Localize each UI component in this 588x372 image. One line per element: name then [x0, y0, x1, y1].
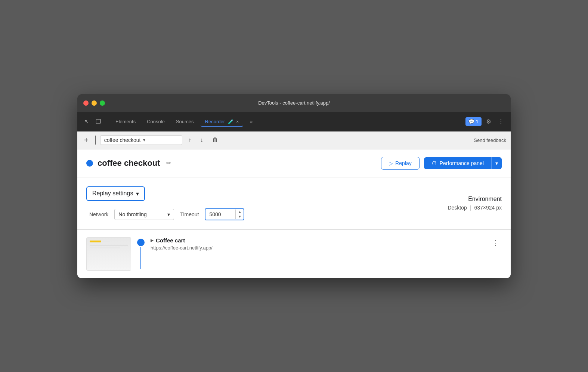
- export-button[interactable]: ↑: [185, 135, 194, 145]
- tab-recorder[interactable]: Recorder 🧪 ×: [201, 117, 244, 127]
- play-icon: ▷: [389, 160, 393, 166]
- network-value: No throttling: [118, 211, 146, 217]
- chevron-down-icon-settings: ▾: [136, 190, 139, 197]
- timeout-label: Timeout: [180, 211, 199, 217]
- close-button[interactable]: [83, 100, 89, 106]
- env-divider: |: [470, 205, 471, 211]
- more-options-icon-btn[interactable]: ⋮: [496, 117, 506, 127]
- pointer-icon-btn[interactable]: ↖: [82, 117, 91, 127]
- environment-title: Environment: [448, 196, 502, 202]
- step-more-button[interactable]: ⋮: [489, 237, 502, 248]
- replay-settings-toggle[interactable]: Replay settings ▾: [86, 186, 145, 201]
- replay-button[interactable]: ▷ Replay: [381, 157, 420, 170]
- tab-sources[interactable]: Sources: [171, 117, 198, 127]
- replay-settings-label: Replay settings: [92, 190, 133, 197]
- timeout-spinners: ▲ ▼: [235, 210, 244, 219]
- step-item: ▶ Coffee cart https://coffee-cart.netlif…: [86, 237, 502, 271]
- window-title: DevTools - coffee-cart.netlify.app/: [258, 100, 330, 106]
- network-select[interactable]: No throttling ▾: [114, 209, 174, 220]
- tab-elements[interactable]: Elements: [111, 117, 140, 127]
- recording-title: coffee checkout: [98, 158, 160, 168]
- performance-panel-button[interactable]: ⏱ Performance panel: [424, 157, 491, 169]
- performance-panel-dropdown-button[interactable]: ▾: [491, 157, 502, 169]
- environment-size: 637×924 px: [474, 205, 502, 211]
- settings-section: Replay settings ▾ Network No throttling …: [77, 177, 511, 230]
- close-tab-icon[interactable]: ×: [236, 119, 239, 124]
- step-dot: [137, 239, 145, 246]
- tab-console[interactable]: Console: [142, 117, 169, 127]
- titlebar: DevTools - coffee-cart.netlify.app/: [77, 94, 511, 112]
- network-label: Network: [89, 211, 108, 217]
- header-actions: ▷ Replay ⏱ Performance panel ▾: [381, 157, 502, 170]
- chrome-toolbar: ↖ ❐ Elements Console Sources Recorder 🧪 …: [77, 112, 511, 131]
- edit-title-button[interactable]: ✏: [165, 158, 173, 168]
- recording-header: coffee checkout ✏ ▷ Replay ⏱ Performance…: [77, 149, 511, 177]
- timeout-input-wrapper: ▲ ▼: [205, 208, 244, 220]
- timeout-increment-button[interactable]: ▲: [236, 210, 244, 214]
- environment-detail: Desktop | 637×924 px: [448, 205, 502, 211]
- minimize-button[interactable]: [92, 100, 97, 106]
- environment-device: Desktop: [448, 205, 467, 211]
- chat-button[interactable]: 💬 1: [465, 117, 482, 126]
- recording-selector[interactable]: coffee checkout ▾: [100, 135, 182, 145]
- timeout-input[interactable]: [205, 209, 235, 220]
- step-title[interactable]: ▶ Coffee cart: [151, 237, 483, 244]
- main-content: coffee checkout ✏ ▷ Replay ⏱ Performance…: [77, 149, 511, 278]
- tab-more[interactable]: »: [245, 117, 257, 127]
- settings-icon-btn[interactable]: ⚙: [484, 117, 493, 127]
- timeout-decrement-button[interactable]: ▼: [236, 214, 244, 219]
- expand-icon: ▶: [151, 238, 154, 242]
- settings-row: Network No throttling ▾ Timeout ▲ ▼: [89, 208, 448, 220]
- layers-icon-btn[interactable]: ❐: [93, 117, 103, 127]
- steps-section: ▶ Coffee cart https://coffee-cart.netlif…: [77, 230, 511, 278]
- perf-icon: ⏱: [431, 160, 437, 166]
- step-connector: [137, 237, 145, 269]
- maximize-button[interactable]: [100, 100, 105, 106]
- chevron-down-icon-network: ▾: [167, 211, 170, 217]
- import-button[interactable]: ↓: [197, 135, 206, 145]
- toolbar-right: 💬 1 ⚙ ⋮: [465, 117, 506, 127]
- chat-icon: 💬: [468, 119, 474, 124]
- step-content: ▶ Coffee cart https://coffee-cart.netlif…: [151, 237, 483, 251]
- chat-count: 1: [476, 119, 479, 124]
- add-recording-button[interactable]: +: [82, 135, 91, 145]
- recording-name: coffee checkout: [104, 137, 141, 143]
- titlebar-controls: [83, 100, 105, 106]
- recording-status-dot: [86, 160, 93, 167]
- recorder-toolbar: + coffee checkout ▾ ↑ ↓ 🗑 Send feedback: [77, 131, 511, 149]
- send-feedback-link[interactable]: Send feedback: [474, 137, 506, 143]
- delete-button[interactable]: 🗑: [209, 135, 221, 145]
- toolbar-divider-1: [107, 117, 107, 126]
- toolbar-divider-2: [95, 136, 96, 145]
- environment-section: Environment Desktop | 637×924 px: [448, 196, 502, 211]
- step-line: [140, 247, 141, 269]
- step-thumbnail: [86, 237, 131, 271]
- chevron-down-icon: ▾: [143, 137, 145, 143]
- step-url: https://coffee-cart.netlify.app/: [151, 245, 483, 251]
- recorder-beaker-icon: 🧪: [228, 119, 233, 124]
